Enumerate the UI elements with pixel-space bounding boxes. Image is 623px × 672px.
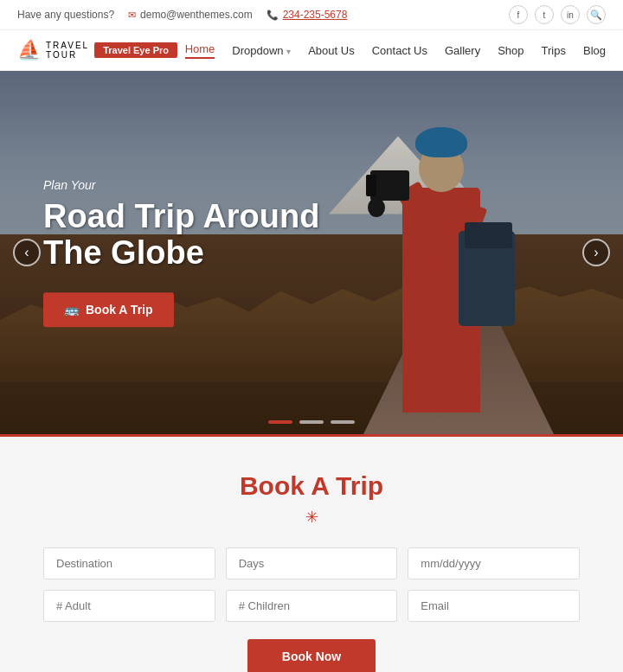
prev-icon: ‹ <box>24 245 29 260</box>
hero-dot-3[interactable] <box>331 420 355 424</box>
top-bar-right: f t in 🔍 <box>509 5 606 24</box>
hero-prev-button[interactable]: ‹ <box>13 239 41 266</box>
phone-contact: 📞 234-235-5678 <box>267 9 348 21</box>
hero-title-line2: The Globe <box>43 234 204 271</box>
logo-line2: TOUR <box>46 50 89 60</box>
nav-shop[interactable]: Shop <box>498 44 523 57</box>
book-trip-button[interactable]: 🚌 Book A Trip <box>43 292 174 327</box>
book-trip-icon: 🚌 <box>64 303 79 317</box>
hero-next-button[interactable]: › <box>582 239 610 266</box>
email-input[interactable] <box>408 590 580 622</box>
top-bar: Have any questions? ✉ demo@wenthemes.com… <box>0 0 623 30</box>
nav-blog[interactable]: Blog <box>583 44 606 57</box>
form-row-1 <box>43 547 580 579</box>
nav-contact[interactable]: Contact Us <box>372 44 427 57</box>
hero-section: Plan Your Road Trip Around The Globe 🚌 B… <box>0 71 623 434</box>
hero-dot-2[interactable] <box>299 420 324 424</box>
logo-icon: ⛵ <box>17 39 41 61</box>
hero-subtitle: Plan Your <box>43 178 319 192</box>
hero-dots <box>268 420 355 424</box>
nav-home[interactable]: Home <box>185 42 215 59</box>
email-text: demo@wenthemes.com <box>140 9 253 21</box>
days-input[interactable] <box>226 547 398 579</box>
book-divider: ✳ <box>17 508 606 527</box>
nav-dropdown[interactable]: Dropdown ▾ <box>232 44 291 57</box>
top-bar-question: Have any questions? <box>17 9 114 21</box>
top-bar-left: Have any questions? ✉ demo@wenthemes.com… <box>17 9 347 21</box>
adults-input[interactable] <box>43 590 215 622</box>
nav-gallery[interactable]: Gallery <box>445 44 480 57</box>
book-trip-label: Book A Trip <box>86 303 153 317</box>
book-now-button[interactable]: Book Now <box>247 639 376 672</box>
next-icon: › <box>594 245 598 260</box>
logo-badge: Travel Eye Pro <box>94 42 177 58</box>
hero-title-line1: Road Trip Around <box>43 198 319 234</box>
destination-input[interactable] <box>43 547 215 579</box>
book-title-first-letter: B <box>240 471 259 500</box>
book-form: Book Now <box>43 547 580 672</box>
navbar: ⛵ TRAVEL TOUR Travel Eye Pro Home Dropdo… <box>0 30 623 71</box>
book-title-rest: ook A Trip <box>259 471 383 500</box>
children-input[interactable] <box>226 590 398 622</box>
phone-text: 234-235-5678 <box>283 9 348 21</box>
logo-line1: TRAVEL <box>46 41 89 50</box>
nav-about[interactable]: About Us <box>308 44 354 57</box>
dropdown-arrow-icon: ▾ <box>286 47 291 56</box>
search-icon[interactable]: 🔍 <box>587 5 606 24</box>
hero-dot-1[interactable] <box>268 420 292 424</box>
nav-links: Home Dropdown ▾ About Us Contact Us Gall… <box>185 42 606 59</box>
date-input[interactable] <box>408 547 580 579</box>
hero-content: Plan Your Road Trip Around The Globe 🚌 B… <box>43 178 319 327</box>
twitter-icon[interactable]: t <box>535 5 554 24</box>
book-section: Book A Trip ✳ Book Now <box>0 434 623 672</box>
nav-trips[interactable]: Trips <box>542 44 566 57</box>
book-title: Book A Trip <box>17 471 606 501</box>
phone-icon: 📞 <box>267 10 279 21</box>
linkedin-icon[interactable]: in <box>561 5 580 24</box>
logo: ⛵ TRAVEL TOUR Travel Eye Pro <box>17 39 177 61</box>
form-row-2 <box>43 590 580 622</box>
facebook-icon[interactable]: f <box>509 5 528 24</box>
hero-title: Road Trip Around The Globe <box>43 199 319 272</box>
email-icon: ✉ <box>128 10 136 21</box>
email-contact: ✉ demo@wenthemes.com <box>128 9 253 21</box>
logo-text: TRAVEL TOUR <box>46 41 89 60</box>
